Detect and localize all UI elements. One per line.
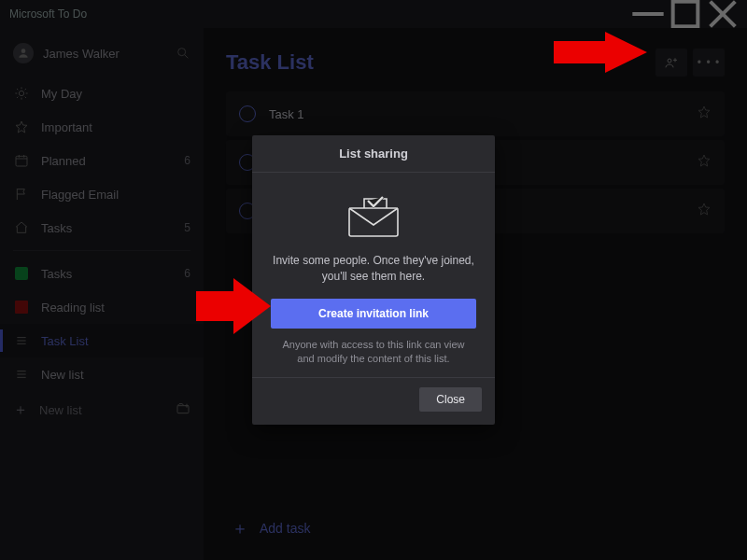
modal-overlay[interactable]: List sharing Invite some people. Once th… [0,0,747,560]
create-invitation-link-button[interactable]: Create invitation link [271,299,476,329]
dialog-body-text: Invite some people. Once they've joined,… [271,253,476,286]
list-sharing-dialog: List sharing Invite some people. Once th… [252,135,495,426]
dialog-footer: Close [252,377,495,425]
close-button[interactable]: Close [419,387,482,412]
share-illustration-icon [271,188,476,253]
dialog-body: Invite some people. Once they've joined,… [252,173,495,378]
app-window: Microsoft To Do James Walker [0,0,747,560]
dialog-title: List sharing [252,135,495,173]
dialog-sub-text: Anyone with access to this link can view… [271,338,476,367]
